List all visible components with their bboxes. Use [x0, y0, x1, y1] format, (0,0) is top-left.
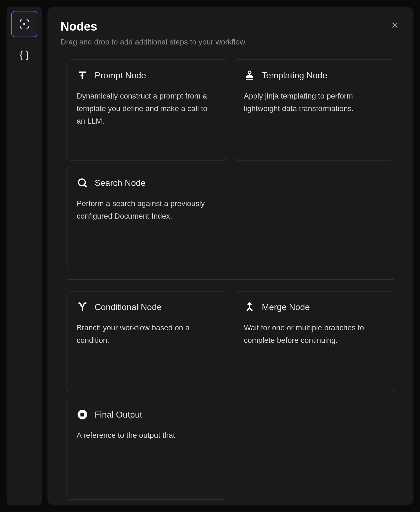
- node-card-final-output[interactable]: Final Output A reference to the output t…: [67, 399, 227, 500]
- node-card-search[interactable]: Search Node Perform a search against a p…: [67, 167, 227, 268]
- node-title: Prompt Node: [95, 70, 146, 81]
- node-group-1: Prompt Node Dynamically construct a prom…: [61, 59, 400, 268]
- braces-icon: [19, 50, 30, 61]
- text-icon: [77, 70, 88, 81]
- node-description: Apply jinja templating to perform lightw…: [244, 90, 384, 115]
- node-group-2: Conditional Node Branch your workflow ba…: [61, 291, 400, 500]
- node-card-prompt[interactable]: Prompt Node Dynamically construct a prom…: [67, 59, 227, 160]
- panel-title: Nodes: [61, 20, 400, 33]
- sidebar-item-focus[interactable]: [11, 11, 37, 37]
- node-card-merge[interactable]: Merge Node Wait for one or multiple bran…: [234, 291, 394, 392]
- svg-rect-12: [80, 413, 84, 416]
- close-icon: [390, 20, 400, 30]
- node-description: Dynamically construct a prompt from a te…: [77, 90, 217, 128]
- node-title: Final Output: [95, 410, 142, 420]
- close-button[interactable]: [389, 20, 400, 31]
- node-title: Merge Node: [262, 302, 310, 312]
- node-title: Conditional Node: [95, 302, 162, 312]
- stamp-icon: [244, 70, 255, 81]
- focus-icon: [19, 19, 30, 29]
- panel-subtitle: Drag and drop to add additional steps to…: [61, 38, 400, 46]
- node-description: Wait for one or multiple branches to com…: [244, 322, 384, 347]
- nodes-panel: Nodes Drag and drop to add additional st…: [47, 7, 413, 505]
- node-card-conditional[interactable]: Conditional Node Branch your workflow ba…: [67, 291, 227, 392]
- node-title: Search Node: [95, 178, 146, 188]
- search-icon: [77, 177, 88, 189]
- node-card-templating[interactable]: Templating Node Apply jinja templating t…: [234, 59, 394, 160]
- sidebar: [7, 7, 42, 505]
- svg-line-6: [85, 185, 87, 187]
- node-description: Branch your workflow based on a conditio…: [77, 322, 217, 347]
- node-description: Perform a search against a previously co…: [77, 197, 217, 222]
- merge-icon: [244, 301, 255, 313]
- sidebar-item-braces[interactable]: [11, 43, 37, 69]
- svg-point-0: [23, 23, 25, 25]
- stop-icon: [77, 409, 88, 420]
- divider: [67, 279, 394, 280]
- node-description: A reference to the output that: [77, 429, 217, 442]
- node-title: Templating Node: [262, 70, 327, 81]
- branch-icon: [77, 301, 88, 313]
- svg-point-3: [248, 71, 251, 74]
- svg-point-5: [79, 179, 85, 186]
